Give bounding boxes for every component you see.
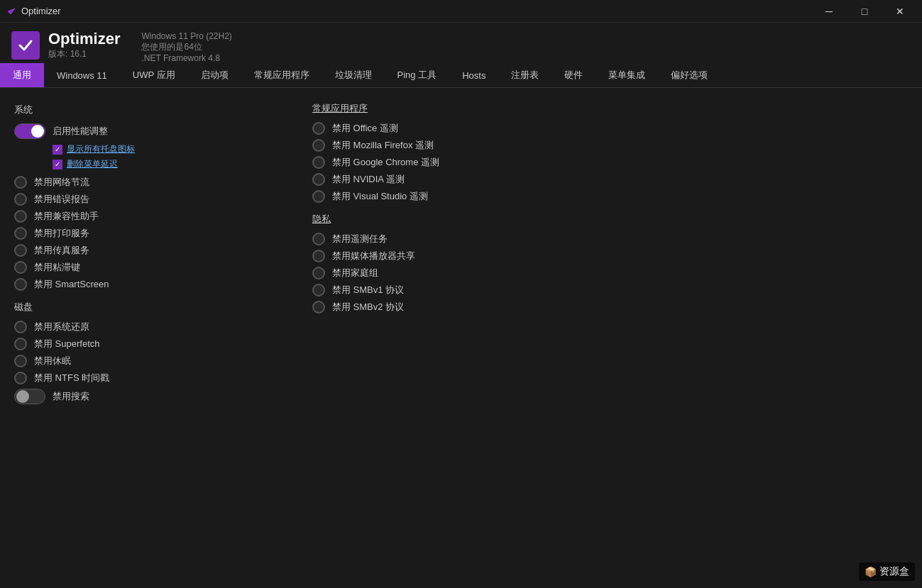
- tab-prefs[interactable]: 偏好选项: [658, 63, 720, 87]
- tab-general[interactable]: 通用: [0, 63, 44, 87]
- checkbox-menu-row: ✓ 删除菜单延迟: [53, 158, 284, 170]
- ntfs-label: 禁用 NTFS 时间戳: [34, 372, 109, 384]
- tab-apps[interactable]: 常规应用程序: [241, 63, 322, 87]
- right-column: 常规应用程序 禁用 Office 遥测 禁用 Mozilla Firefox 遥…: [312, 99, 908, 574]
- toggle-smbv1: 禁用 SMBv1 协议: [312, 284, 908, 296]
- net-throttle-toggle[interactable]: [14, 176, 27, 189]
- nvidia-toggle[interactable]: [312, 173, 325, 186]
- hibernate-label: 禁用休眠: [34, 355, 71, 367]
- sysrestore-label: 禁用系统还原: [34, 321, 89, 333]
- checkbox-tray-row: ✓ 显示所有托盘图标: [53, 143, 284, 155]
- tab-trash[interactable]: 垃圾清理: [322, 63, 385, 87]
- checkbox-tray-label[interactable]: 显示所有托盘图标: [67, 143, 135, 155]
- toggle-media-share: 禁用媒体播放器共享: [312, 250, 908, 262]
- toggle-search: 禁用搜索: [14, 389, 284, 404]
- toggle-fax: 禁用传真服务: [14, 244, 284, 257]
- chrome-label: 禁用 Google Chrome 遥测: [332, 156, 439, 169]
- superfetch-toggle[interactable]: [14, 338, 27, 350]
- system-info: Windows 11 Pro (22H2) 您使用的是64位 .NET Fram…: [141, 30, 231, 63]
- title-bar-controls: ─ □ ✕: [813, 0, 916, 23]
- disk-toggles: 禁用系统还原 禁用 Superfetch 禁用休眠 禁用 NTFS 时间戳 禁用…: [14, 321, 284, 404]
- system-section-title: 系统: [14, 104, 284, 116]
- toggle-sysrestore: 禁用系统还原: [14, 321, 284, 333]
- checkbox-tray-icon[interactable]: ✓: [53, 145, 62, 155]
- tab-startup[interactable]: 启动项: [188, 63, 241, 87]
- toggle-chrome: 禁用 Google Chrome 遥测: [312, 156, 908, 169]
- vs-toggle[interactable]: [312, 190, 325, 203]
- app-version: 版本: 16.1: [48, 48, 120, 60]
- search-label: 禁用搜索: [53, 390, 89, 403]
- checkbox-menu-label[interactable]: 删除菜单延迟: [67, 158, 118, 170]
- superfetch-label: 禁用 Superfetch: [34, 338, 100, 350]
- disk-section-title: 磁盘: [14, 301, 284, 314]
- fax-label: 禁用传真服务: [34, 244, 89, 257]
- smbv1-label: 禁用 SMBv1 协议: [332, 284, 404, 296]
- checkbox-menu-icon[interactable]: ✓: [53, 160, 62, 170]
- net-throttle-label: 禁用网络节流: [34, 176, 89, 189]
- telem-task-toggle[interactable]: [312, 233, 325, 245]
- hibernate-toggle[interactable]: [14, 355, 27, 367]
- tab-hardware[interactable]: 硬件: [551, 63, 596, 87]
- title-bar-left: Optimizer: [6, 6, 61, 17]
- perf-toggle[interactable]: [14, 123, 45, 139]
- toggle-compat-helper: 禁用兼容性助手: [14, 210, 284, 223]
- privacy-toggles: 禁用遥测任务 禁用媒体播放器共享 禁用家庭组 禁用 SMBv1 协议 禁用 SM…: [312, 233, 908, 314]
- smartscreen-toggle[interactable]: [14, 278, 27, 291]
- smartscreen-label: 禁用 SmartScreen: [34, 278, 109, 291]
- toggle-office: 禁用 Office 遥测: [312, 122, 908, 135]
- ntfs-toggle[interactable]: [14, 372, 27, 384]
- tab-registry[interactable]: 注册表: [498, 63, 551, 87]
- tab-uwp[interactable]: UWP 应用: [120, 63, 188, 87]
- main-content: 系统 启用性能调整 ✓ 显示所有托盘图标 ✓ 删除菜单延迟 禁用网络节流 禁用错…: [0, 88, 922, 585]
- nvidia-label: 禁用 NVIDIA 遥测: [332, 173, 405, 186]
- tab-win11[interactable]: Windows 11: [44, 63, 120, 87]
- error-report-label: 禁用错误报告: [34, 193, 89, 206]
- print-label: 禁用打印服务: [34, 227, 89, 240]
- smbv2-toggle[interactable]: [312, 301, 325, 314]
- apps-toggles: 禁用 Office 遥测 禁用 Mozilla Firefox 遥测 禁用 Go…: [312, 122, 908, 203]
- toggle-superfetch: 禁用 Superfetch: [14, 338, 284, 350]
- firefox-toggle[interactable]: [312, 139, 325, 152]
- sticky-toggle[interactable]: [14, 261, 27, 274]
- media-share-label: 禁用媒体播放器共享: [332, 250, 415, 262]
- logo-icon: [11, 31, 40, 60]
- privacy-section-title: 隐私: [312, 213, 908, 226]
- perf-label: 启用性能调整: [53, 125, 108, 138]
- smbv1-toggle[interactable]: [312, 284, 325, 296]
- sticky-label: 禁用粘滞键: [34, 261, 80, 274]
- toggle-print: 禁用打印服务: [14, 227, 284, 240]
- toggle-vs: 禁用 Visual Studio 遥测: [312, 190, 908, 203]
- toggle-firefox: 禁用 Mozilla Firefox 遥测: [312, 139, 908, 152]
- error-report-toggle[interactable]: [14, 193, 27, 206]
- maximize-button[interactable]: □: [848, 0, 881, 23]
- tab-ping[interactable]: Ping 工具: [385, 63, 450, 87]
- print-toggle[interactable]: [14, 227, 27, 240]
- search-toggle[interactable]: [14, 389, 45, 404]
- nav-tabs: 通用 Windows 11 UWP 应用 启动项 常规应用程序 垃圾清理 Pin…: [0, 63, 922, 88]
- sysrestore-toggle[interactable]: [14, 321, 27, 333]
- tab-hosts[interactable]: Hosts: [449, 63, 498, 87]
- office-toggle[interactable]: [312, 122, 325, 135]
- fax-toggle[interactable]: [14, 244, 27, 257]
- media-share-toggle[interactable]: [312, 250, 325, 262]
- toggle-sticky: 禁用粘滞键: [14, 261, 284, 274]
- vs-label: 禁用 Visual Studio 遥测: [332, 190, 428, 203]
- minimize-button[interactable]: ─: [813, 0, 845, 23]
- tab-menu[interactable]: 菜单集成: [596, 63, 658, 87]
- logo-area: Optimizer 版本: 16.1: [11, 30, 120, 60]
- homegroup-label: 禁用家庭组: [332, 267, 378, 279]
- system-toggles: 禁用网络节流 禁用错误报告 禁用兼容性助手 禁用打印服务 禁用传真服务 禁用粘滞…: [14, 176, 284, 291]
- homegroup-toggle[interactable]: [312, 267, 325, 279]
- perf-toggle-row: 启用性能调整: [14, 123, 284, 139]
- compat-helper-label: 禁用兼容性助手: [34, 210, 99, 223]
- close-button[interactable]: ✕: [884, 0, 916, 23]
- toggle-smartscreen: 禁用 SmartScreen: [14, 278, 284, 291]
- net-framework: .NET Framework 4.8: [141, 53, 231, 63]
- app-name: Optimizer: [48, 30, 120, 48]
- compat-helper-toggle[interactable]: [14, 210, 27, 223]
- toggle-net-throttle: 禁用网络节流: [14, 176, 284, 189]
- toggle-hibernate: 禁用休眠: [14, 355, 284, 367]
- win-version: Windows 11 Pro (22H2): [141, 31, 231, 41]
- chrome-toggle[interactable]: [312, 156, 325, 169]
- toggle-error-report: 禁用错误报告: [14, 193, 284, 206]
